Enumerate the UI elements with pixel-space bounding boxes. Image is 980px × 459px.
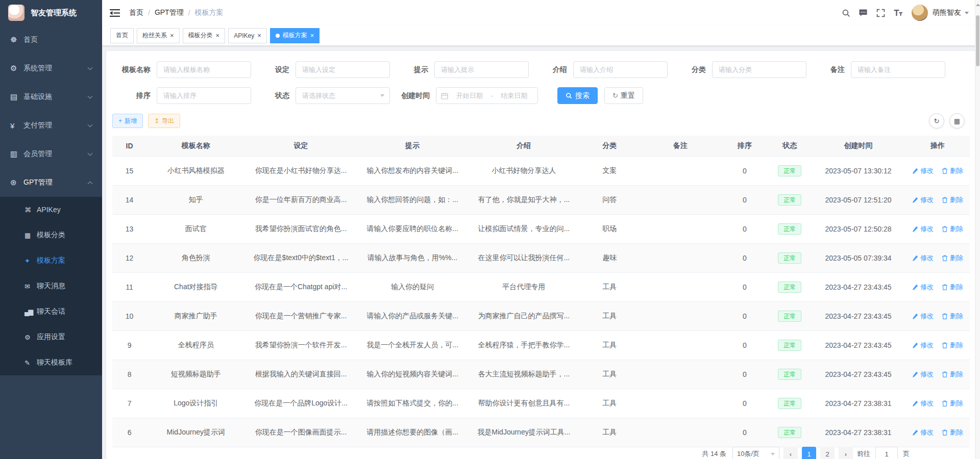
close-icon[interactable]: × bbox=[216, 32, 220, 39]
cell-status: 正常 bbox=[768, 156, 811, 185]
sidebar-item-apikey[interactable]: ⌘ APIKey bbox=[0, 197, 102, 222]
sidebar-item-gpt[interactable]: ⊛ GPT管理 bbox=[0, 168, 102, 197]
page-size-select[interactable]: 10条/页 bbox=[732, 447, 779, 459]
user-menu[interactable]: 萌熊智友 bbox=[912, 5, 969, 21]
category-input[interactable] bbox=[712, 61, 806, 78]
cell-intro: 小红书好物分享达人 bbox=[468, 156, 579, 185]
sort-input[interactable] bbox=[157, 87, 251, 104]
delete-link[interactable]: 删除 bbox=[942, 312, 963, 321]
sidebar-item-payment[interactable]: ¥ 支付管理 bbox=[0, 111, 102, 140]
page-button-1[interactable]: 1 bbox=[802, 447, 816, 459]
edit-link[interactable]: 修改 bbox=[912, 370, 934, 379]
template-name-input[interactable] bbox=[157, 61, 251, 78]
delete-link[interactable]: 删除 bbox=[942, 428, 963, 437]
edit-link[interactable]: 修改 bbox=[912, 312, 934, 321]
cell-template-name: 短视频标题助手 bbox=[146, 360, 245, 389]
active-dot-icon bbox=[276, 34, 280, 38]
tab-template-plan[interactable]: 模板方案 × bbox=[270, 28, 320, 43]
reset-button[interactable]: ↻ 重置 bbox=[604, 87, 643, 104]
setting-input[interactable] bbox=[296, 61, 390, 78]
sidebar-item-chat-template-library[interactable]: ✎ 聊天模板库 bbox=[0, 350, 102, 375]
edit-icon bbox=[912, 371, 918, 377]
edit-icon bbox=[912, 313, 918, 319]
delete-link[interactable]: 删除 bbox=[942, 341, 963, 350]
sidebar-item-chat-message[interactable]: ✉ 聊天消息 bbox=[0, 273, 102, 299]
remark-input[interactable] bbox=[851, 61, 945, 78]
sidebar-item-infrastructure[interactable]: ▤ 基础设施 bbox=[0, 83, 102, 111]
delete-link-label: 删除 bbox=[950, 253, 963, 263]
tab-template-category[interactable]: 模板分类 × bbox=[183, 28, 226, 43]
columns-settings-button[interactable]: ▦ bbox=[949, 113, 965, 129]
sidebar-item-template-plan[interactable]: ✦ 模板方案 bbox=[0, 248, 102, 273]
sidebar-item-member[interactable]: ▥ 会员管理 bbox=[0, 140, 102, 168]
page-button-2[interactable]: 2 bbox=[820, 447, 835, 459]
breadcrumb-separator: / bbox=[148, 9, 150, 17]
edit-link[interactable]: 修改 bbox=[912, 399, 934, 408]
sidebar-item-label: 应用设置 bbox=[37, 333, 65, 342]
next-page-button[interactable]: › bbox=[839, 447, 853, 459]
fullscreen-icon[interactable] bbox=[872, 0, 889, 26]
status-select[interactable]: 请选择状态 bbox=[296, 87, 390, 104]
sidebar-item-label: 模板方案 bbox=[37, 256, 65, 265]
intro-input[interactable] bbox=[573, 61, 668, 78]
filter-template-name: 模板名称 bbox=[112, 61, 251, 78]
member-icon: ▥ bbox=[10, 149, 23, 159]
cell-operations: 修改 删除 bbox=[905, 360, 970, 389]
scrollbar-up-arrow[interactable] bbox=[976, 4, 980, 6]
font-size-icon[interactable] bbox=[889, 0, 906, 26]
sidebar-item-chat-session[interactable]: ▄▆ 聊天会话 bbox=[0, 299, 102, 324]
edit-link-label: 修改 bbox=[920, 312, 934, 321]
goto-unit: 页 bbox=[903, 449, 910, 458]
sidebar-item-label: 模板分类 bbox=[37, 231, 65, 240]
search-icon[interactable] bbox=[837, 0, 854, 26]
edit-link[interactable]: 修改 bbox=[912, 341, 934, 350]
tab-home[interactable]: 首页 bbox=[110, 28, 134, 43]
breadcrumb-gpt[interactable]: GPT管理 bbox=[155, 8, 184, 17]
edit-link[interactable]: 修改 bbox=[912, 224, 934, 234]
filter-setting: 设定 bbox=[251, 61, 390, 78]
cell-template-name: MidJourney提示词 bbox=[146, 418, 245, 447]
delete-link[interactable]: 删除 bbox=[942, 224, 963, 234]
cell-sort: 0 bbox=[721, 389, 768, 418]
export-button[interactable]: ↥ 导出 bbox=[148, 114, 180, 128]
refresh-button[interactable]: ↻ bbox=[929, 113, 944, 129]
app-logo[interactable]: 智友管理系统 bbox=[0, 0, 102, 26]
close-icon[interactable]: × bbox=[257, 32, 261, 39]
cell-status: 正常 bbox=[768, 360, 811, 389]
delete-link[interactable]: 删除 bbox=[942, 166, 963, 175]
prev-page-button[interactable]: ‹ bbox=[783, 447, 798, 459]
prompt-input[interactable] bbox=[434, 61, 529, 78]
date-range-picker[interactable]: 开始日期 - 结束日期 bbox=[436, 87, 538, 104]
delete-link[interactable]: 删除 bbox=[942, 195, 963, 205]
edit-link[interactable]: 修改 bbox=[912, 283, 934, 292]
goto-page-input[interactable] bbox=[875, 447, 898, 459]
delete-link[interactable]: 删除 bbox=[942, 283, 963, 292]
edit-link-label: 修改 bbox=[920, 283, 934, 292]
sidebar-toggle-icon[interactable] bbox=[110, 9, 120, 17]
search-button[interactable]: 搜索 bbox=[557, 87, 598, 104]
sidebar-item-system[interactable]: ⚙ 系统管理 bbox=[0, 54, 102, 83]
add-button[interactable]: + 新增 bbox=[112, 114, 143, 128]
delete-link[interactable]: 删除 bbox=[942, 253, 963, 263]
close-icon[interactable]: × bbox=[170, 32, 174, 39]
edit-link[interactable]: 修改 bbox=[912, 195, 934, 205]
message-icon[interactable] bbox=[854, 0, 872, 26]
scrollbar-thumb[interactable] bbox=[976, 15, 979, 66]
close-icon[interactable]: × bbox=[310, 32, 314, 39]
edit-link[interactable]: 修改 bbox=[912, 253, 934, 263]
edit-icon bbox=[912, 429, 918, 436]
delete-link[interactable]: 删除 bbox=[942, 370, 963, 379]
delete-link[interactable]: 删除 bbox=[942, 399, 963, 408]
cell-created: 2023-04-27 23:43:45 bbox=[811, 330, 905, 360]
tab-fans-relation[interactable]: 粉丝关系 × bbox=[137, 28, 180, 43]
status-badge: 正常 bbox=[778, 398, 801, 409]
sidebar-item-template-category[interactable]: ▦ 模板分类 bbox=[0, 222, 102, 248]
edit-link[interactable]: 修改 bbox=[912, 428, 934, 437]
sidebar-item-home[interactable]: ☸ 首页 bbox=[0, 26, 102, 54]
breadcrumb-home[interactable]: 首页 bbox=[129, 8, 143, 17]
cell-sort: 0 bbox=[721, 214, 768, 243]
edit-link[interactable]: 修改 bbox=[912, 166, 934, 175]
tab-apikey[interactable]: APIKey × bbox=[228, 28, 267, 43]
table-row: 8 短视频标题助手 根据我输入的关键词直接回... 输入你的短视频内容关键词..… bbox=[112, 360, 970, 389]
sidebar-item-app-settings[interactable]: ⚙ 应用设置 bbox=[0, 324, 102, 350]
